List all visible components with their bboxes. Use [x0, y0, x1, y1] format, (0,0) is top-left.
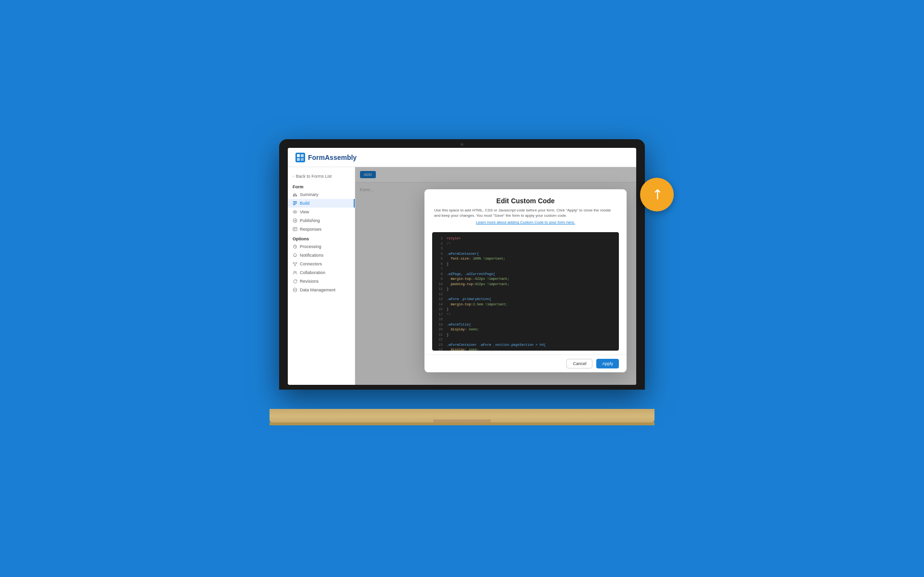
- svg-rect-4: [293, 194, 294, 197]
- code-line-20: 20 display: none;: [436, 327, 615, 332]
- code-line-9: 9 margin-top:-422px !important;: [436, 276, 615, 282]
- line-num-12: 12: [436, 292, 443, 297]
- back-to-forms-link[interactable]: ‹ Back to Forms List: [288, 171, 355, 182]
- main-content: ADD Form... Edit Custom Code Use this sp…: [355, 167, 636, 385]
- sidebar-item-publishing[interactable]: Publishing: [288, 216, 355, 225]
- code-content-6: }: [447, 262, 449, 267]
- laptop-wrapper: FormAssembly ‹ Back to Forms List Form: [270, 139, 654, 438]
- laptop-screen: FormAssembly ‹ Back to Forms List Form: [288, 148, 636, 385]
- code-line-2: 2 /*: [436, 241, 615, 247]
- sidebar-item-collaboration[interactable]: Collaboration: [288, 268, 355, 277]
- line-num-4: 4: [436, 251, 443, 257]
- eye-icon: [293, 210, 297, 214]
- svg-rect-8: [293, 203, 297, 204]
- line-num-3: 3: [436, 246, 443, 251]
- code-line-1: 1 <style>: [436, 236, 615, 241]
- connectors-icon: [293, 262, 297, 266]
- sidebar-item-notifications[interactable]: Notifications: [288, 251, 355, 260]
- revisions-label: Revisions: [300, 279, 319, 284]
- code-content-9: margin-top:-422px !important;: [447, 276, 509, 282]
- options-section-label: Options: [288, 234, 355, 242]
- code-editor-area[interactable]: 1 <style> 2 /* 3: [432, 232, 619, 351]
- laptop-camera: [461, 143, 463, 146]
- line-num-20: 20: [436, 327, 443, 332]
- sidebar-item-responses[interactable]: Responses: [288, 225, 355, 234]
- logo-area: FormAssembly: [295, 153, 357, 162]
- processing-icon: [293, 244, 297, 249]
- connectors-label: Connectors: [300, 262, 322, 266]
- line-num-8: 8: [436, 272, 443, 277]
- modal-title: Edit Custom Code: [434, 197, 617, 205]
- code-content-5: font-size: 100% !important;: [447, 256, 505, 262]
- code-content-21: }: [447, 332, 449, 338]
- app-body: ‹ Back to Forms List Form Summary: [288, 167, 636, 385]
- code-content-1: <style>: [447, 236, 461, 241]
- revisions-icon: [293, 279, 297, 284]
- line-num-18: 18: [436, 317, 443, 322]
- publishing-label: Publishing: [300, 218, 320, 223]
- back-link-label: Back to Forms List: [296, 174, 332, 179]
- code-content-15: }: [447, 307, 449, 312]
- line-num-6: 6: [436, 262, 443, 267]
- logo-icon: [295, 153, 305, 162]
- build-label: Build: [300, 201, 309, 206]
- data-icon: [293, 288, 297, 292]
- code-line-12: 12: [436, 292, 615, 297]
- expand-badge[interactable]: ↗: [640, 178, 674, 211]
- processing-label: Processing: [300, 244, 321, 249]
- line-num-2: 2: [436, 241, 443, 247]
- svg-rect-0: [297, 154, 300, 157]
- sidebar-item-data-management[interactable]: Data Management: [288, 286, 355, 294]
- code-content-2: /*: [447, 241, 450, 247]
- line-num-5: 5: [436, 256, 443, 262]
- line-num-14: 14: [436, 302, 443, 307]
- code-line-7: 7: [436, 266, 615, 272]
- code-content-11: }: [447, 287, 449, 292]
- data-management-label: Data Management: [300, 288, 335, 292]
- sidebar-item-revisions[interactable]: Revisions: [288, 277, 355, 286]
- modal-edit-custom-code: Edit Custom Code Use this space to add H…: [424, 189, 627, 372]
- line-num-10: 10: [436, 282, 443, 287]
- code-line-24: 24 display: none;: [436, 347, 615, 351]
- code-line-15: 15 }: [436, 307, 615, 312]
- code-line-21: 21 }: [436, 332, 615, 338]
- laptop-hinge: [270, 422, 654, 425]
- code-content-19: .wFormTitle{: [447, 322, 471, 328]
- sidebar-item-connectors[interactable]: Connectors: [288, 260, 355, 268]
- collaboration-icon: [293, 270, 297, 275]
- sidebar: ‹ Back to Forms List Form Summary: [288, 167, 355, 385]
- responses-label: Responses: [300, 227, 321, 232]
- modal-learn-more-link[interactable]: Learn more about adding Custom Code to y…: [434, 220, 617, 224]
- code-line-3: 3: [436, 246, 615, 251]
- chart-icon: [293, 192, 297, 197]
- sidebar-item-summary[interactable]: Summary: [288, 190, 355, 199]
- logo-text: FormAssembly: [308, 154, 357, 161]
- svg-rect-6: [296, 195, 297, 197]
- svg-point-17: [293, 262, 294, 263]
- code-line-22: 22: [436, 337, 615, 342]
- code-content-24: display: none;: [447, 347, 479, 351]
- svg-line-21: [294, 263, 295, 265]
- svg-line-22: [295, 263, 296, 265]
- sidebar-item-build[interactable]: Build: [288, 199, 355, 208]
- laptop-screen-frame: FormAssembly ‹ Back to Forms List Form: [279, 139, 645, 390]
- sidebar-item-view[interactable]: View: [288, 208, 355, 216]
- app-header: FormAssembly: [288, 148, 636, 167]
- svg-rect-15: [294, 230, 295, 230]
- line-num-21: 21: [436, 332, 443, 338]
- code-line-8: 8 .wIPage, .wICurrentPage{: [436, 272, 615, 277]
- svg-rect-1: [301, 154, 304, 157]
- sidebar-item-processing[interactable]: Processing: [288, 242, 355, 251]
- code-content-4: .wFormContainer{: [447, 251, 479, 257]
- code-line-10: 10 padding-top:422px !important;: [436, 282, 615, 287]
- back-arrow-icon: ‹: [293, 174, 294, 179]
- cancel-button[interactable]: Cancel: [566, 359, 592, 368]
- apply-button[interactable]: Apply: [596, 359, 619, 368]
- svg-rect-2: [297, 158, 300, 161]
- code-line-11: 11 }: [436, 287, 615, 292]
- build-icon: [293, 201, 297, 206]
- code-content-8: .wIPage, .wICurrentPage{: [447, 272, 495, 277]
- notifications-label: Notifications: [300, 253, 323, 258]
- line-num-13: 13: [436, 297, 443, 302]
- expand-arrow-icon: ↗: [648, 186, 666, 203]
